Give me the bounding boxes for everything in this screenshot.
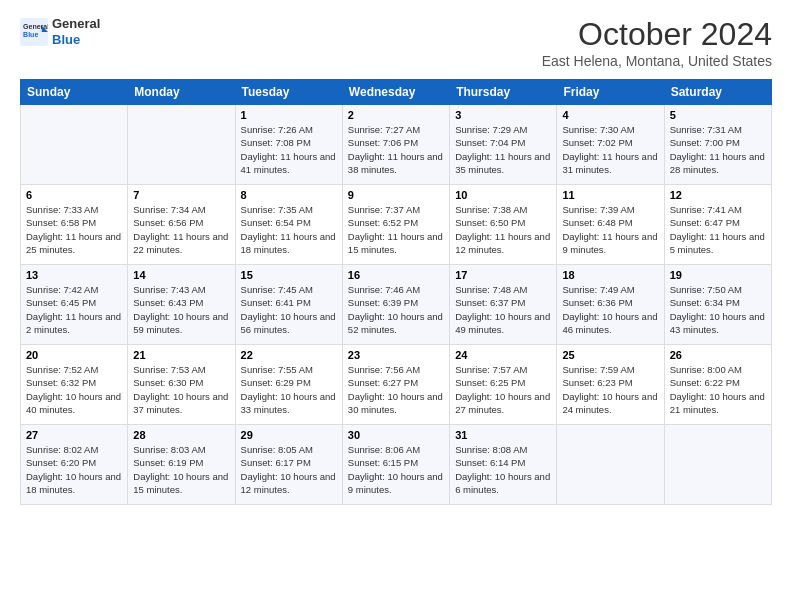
day-cell-24: 24Sunrise: 7:57 AM Sunset: 6:25 PM Dayli… — [450, 345, 557, 425]
day-info: Sunrise: 7:50 AM Sunset: 6:34 PM Dayligh… — [670, 283, 766, 336]
week-row-2: 6Sunrise: 7:33 AM Sunset: 6:58 PM Daylig… — [21, 185, 772, 265]
day-info: Sunrise: 7:42 AM Sunset: 6:45 PM Dayligh… — [26, 283, 122, 336]
day-number: 27 — [26, 429, 122, 441]
day-info: Sunrise: 8:00 AM Sunset: 6:22 PM Dayligh… — [670, 363, 766, 416]
day-info: Sunrise: 7:55 AM Sunset: 6:29 PM Dayligh… — [241, 363, 337, 416]
day-number: 25 — [562, 349, 658, 361]
day-cell-20: 20Sunrise: 7:52 AM Sunset: 6:32 PM Dayli… — [21, 345, 128, 425]
day-number: 9 — [348, 189, 444, 201]
week-row-3: 13Sunrise: 7:42 AM Sunset: 6:45 PM Dayli… — [21, 265, 772, 345]
day-cell-10: 10Sunrise: 7:38 AM Sunset: 6:50 PM Dayli… — [450, 185, 557, 265]
header-day-saturday: Saturday — [664, 80, 771, 105]
empty-cell — [557, 425, 664, 505]
day-info: Sunrise: 7:35 AM Sunset: 6:54 PM Dayligh… — [241, 203, 337, 256]
day-info: Sunrise: 7:31 AM Sunset: 7:00 PM Dayligh… — [670, 123, 766, 176]
day-number: 30 — [348, 429, 444, 441]
day-cell-23: 23Sunrise: 7:56 AM Sunset: 6:27 PM Dayli… — [342, 345, 449, 425]
day-number: 15 — [241, 269, 337, 281]
day-number: 3 — [455, 109, 551, 121]
day-info: Sunrise: 7:48 AM Sunset: 6:37 PM Dayligh… — [455, 283, 551, 336]
day-cell-29: 29Sunrise: 8:05 AM Sunset: 6:17 PM Dayli… — [235, 425, 342, 505]
page-header: General Blue General Blue October 2024 E… — [20, 16, 772, 69]
week-row-1: 1Sunrise: 7:26 AM Sunset: 7:08 PM Daylig… — [21, 105, 772, 185]
day-number: 28 — [133, 429, 229, 441]
day-number: 5 — [670, 109, 766, 121]
day-info: Sunrise: 8:06 AM Sunset: 6:15 PM Dayligh… — [348, 443, 444, 496]
day-cell-2: 2Sunrise: 7:27 AM Sunset: 7:06 PM Daylig… — [342, 105, 449, 185]
day-info: Sunrise: 7:41 AM Sunset: 6:47 PM Dayligh… — [670, 203, 766, 256]
day-cell-27: 27Sunrise: 8:02 AM Sunset: 6:20 PM Dayli… — [21, 425, 128, 505]
day-cell-26: 26Sunrise: 8:00 AM Sunset: 6:22 PM Dayli… — [664, 345, 771, 425]
header-day-sunday: Sunday — [21, 80, 128, 105]
location: East Helena, Montana, United States — [542, 53, 772, 69]
calendar-table: SundayMondayTuesdayWednesdayThursdayFrid… — [20, 79, 772, 505]
day-info: Sunrise: 7:27 AM Sunset: 7:06 PM Dayligh… — [348, 123, 444, 176]
day-number: 20 — [26, 349, 122, 361]
day-cell-13: 13Sunrise: 7:42 AM Sunset: 6:45 PM Dayli… — [21, 265, 128, 345]
day-info: Sunrise: 8:02 AM Sunset: 6:20 PM Dayligh… — [26, 443, 122, 496]
day-number: 19 — [670, 269, 766, 281]
day-info: Sunrise: 7:45 AM Sunset: 6:41 PM Dayligh… — [241, 283, 337, 336]
logo: General Blue General Blue — [20, 16, 100, 47]
day-number: 23 — [348, 349, 444, 361]
day-number: 13 — [26, 269, 122, 281]
day-number: 14 — [133, 269, 229, 281]
header-day-monday: Monday — [128, 80, 235, 105]
day-cell-25: 25Sunrise: 7:59 AM Sunset: 6:23 PM Dayli… — [557, 345, 664, 425]
day-number: 1 — [241, 109, 337, 121]
day-cell-1: 1Sunrise: 7:26 AM Sunset: 7:08 PM Daylig… — [235, 105, 342, 185]
day-number: 2 — [348, 109, 444, 121]
day-info: Sunrise: 7:56 AM Sunset: 6:27 PM Dayligh… — [348, 363, 444, 416]
day-cell-9: 9Sunrise: 7:37 AM Sunset: 6:52 PM Daylig… — [342, 185, 449, 265]
day-cell-7: 7Sunrise: 7:34 AM Sunset: 6:56 PM Daylig… — [128, 185, 235, 265]
week-row-4: 20Sunrise: 7:52 AM Sunset: 6:32 PM Dayli… — [21, 345, 772, 425]
logo-icon: General Blue — [20, 18, 48, 46]
logo-name-general: General — [52, 16, 100, 32]
day-cell-11: 11Sunrise: 7:39 AM Sunset: 6:48 PM Dayli… — [557, 185, 664, 265]
day-number: 29 — [241, 429, 337, 441]
day-info: Sunrise: 7:49 AM Sunset: 6:36 PM Dayligh… — [562, 283, 658, 336]
day-cell-21: 21Sunrise: 7:53 AM Sunset: 6:30 PM Dayli… — [128, 345, 235, 425]
day-cell-14: 14Sunrise: 7:43 AM Sunset: 6:43 PM Dayli… — [128, 265, 235, 345]
day-number: 4 — [562, 109, 658, 121]
day-info: Sunrise: 7:57 AM Sunset: 6:25 PM Dayligh… — [455, 363, 551, 416]
empty-cell — [128, 105, 235, 185]
header-day-tuesday: Tuesday — [235, 80, 342, 105]
day-number: 24 — [455, 349, 551, 361]
day-cell-6: 6Sunrise: 7:33 AM Sunset: 6:58 PM Daylig… — [21, 185, 128, 265]
title-block: October 2024 East Helena, Montana, Unite… — [542, 16, 772, 69]
empty-cell — [664, 425, 771, 505]
day-info: Sunrise: 7:37 AM Sunset: 6:52 PM Dayligh… — [348, 203, 444, 256]
day-number: 10 — [455, 189, 551, 201]
day-info: Sunrise: 7:29 AM Sunset: 7:04 PM Dayligh… — [455, 123, 551, 176]
logo-name-blue: Blue — [52, 32, 100, 48]
svg-text:Blue: Blue — [23, 31, 38, 38]
day-number: 26 — [670, 349, 766, 361]
day-cell-17: 17Sunrise: 7:48 AM Sunset: 6:37 PM Dayli… — [450, 265, 557, 345]
week-row-5: 27Sunrise: 8:02 AM Sunset: 6:20 PM Dayli… — [21, 425, 772, 505]
day-info: Sunrise: 8:05 AM Sunset: 6:17 PM Dayligh… — [241, 443, 337, 496]
header-day-thursday: Thursday — [450, 80, 557, 105]
day-info: Sunrise: 7:33 AM Sunset: 6:58 PM Dayligh… — [26, 203, 122, 256]
day-cell-28: 28Sunrise: 8:03 AM Sunset: 6:19 PM Dayli… — [128, 425, 235, 505]
day-cell-18: 18Sunrise: 7:49 AM Sunset: 6:36 PM Dayli… — [557, 265, 664, 345]
day-number: 12 — [670, 189, 766, 201]
day-cell-4: 4Sunrise: 7:30 AM Sunset: 7:02 PM Daylig… — [557, 105, 664, 185]
header-day-friday: Friday — [557, 80, 664, 105]
day-number: 17 — [455, 269, 551, 281]
day-info: Sunrise: 7:53 AM Sunset: 6:30 PM Dayligh… — [133, 363, 229, 416]
month-title: October 2024 — [542, 16, 772, 53]
day-info: Sunrise: 7:38 AM Sunset: 6:50 PM Dayligh… — [455, 203, 551, 256]
day-info: Sunrise: 7:39 AM Sunset: 6:48 PM Dayligh… — [562, 203, 658, 256]
day-info: Sunrise: 7:34 AM Sunset: 6:56 PM Dayligh… — [133, 203, 229, 256]
day-info: Sunrise: 7:26 AM Sunset: 7:08 PM Dayligh… — [241, 123, 337, 176]
day-number: 21 — [133, 349, 229, 361]
day-info: Sunrise: 7:43 AM Sunset: 6:43 PM Dayligh… — [133, 283, 229, 336]
day-number: 7 — [133, 189, 229, 201]
day-cell-31: 31Sunrise: 8:08 AM Sunset: 6:14 PM Dayli… — [450, 425, 557, 505]
day-info: Sunrise: 7:59 AM Sunset: 6:23 PM Dayligh… — [562, 363, 658, 416]
day-number: 6 — [26, 189, 122, 201]
day-info: Sunrise: 8:08 AM Sunset: 6:14 PM Dayligh… — [455, 443, 551, 496]
day-cell-5: 5Sunrise: 7:31 AM Sunset: 7:00 PM Daylig… — [664, 105, 771, 185]
day-info: Sunrise: 8:03 AM Sunset: 6:19 PM Dayligh… — [133, 443, 229, 496]
